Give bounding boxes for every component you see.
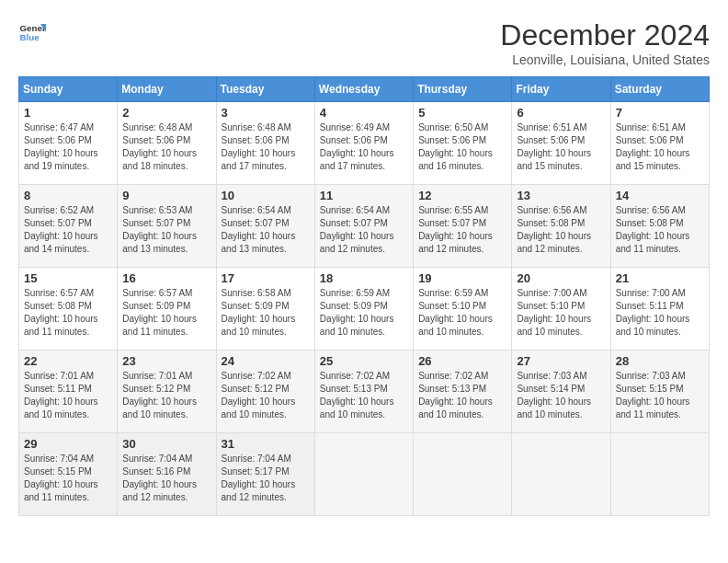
day-number: 13 bbox=[517, 189, 605, 202]
day-number: 12 bbox=[418, 189, 506, 202]
day-number: 31 bbox=[222, 437, 310, 451]
location: Leonville, Louisiana, United States bbox=[500, 52, 710, 67]
calendar-day-cell: 10Sunrise: 6:54 AM Sunset: 5:07 PM Dayli… bbox=[216, 185, 314, 268]
calendar-day-cell: 22Sunrise: 7:01 AM Sunset: 5:11 PM Dayli… bbox=[19, 350, 118, 433]
day-number: 6 bbox=[517, 106, 605, 120]
calendar-day-cell: 4Sunrise: 6:49 AM Sunset: 5:06 PM Daylig… bbox=[314, 102, 413, 185]
day-number: 1 bbox=[24, 106, 112, 120]
day-number: 17 bbox=[222, 271, 310, 285]
calendar-day-cell: 31Sunrise: 7:04 AM Sunset: 5:17 PM Dayli… bbox=[216, 433, 314, 516]
day-number: 24 bbox=[222, 354, 310, 368]
calendar-day-cell: 28Sunrise: 7:03 AM Sunset: 5:15 PM Dayli… bbox=[610, 350, 709, 433]
calendar-week-row: 22Sunrise: 7:01 AM Sunset: 5:11 PM Dayli… bbox=[19, 350, 710, 433]
calendar-week-row: 15Sunrise: 6:57 AM Sunset: 5:08 PM Dayli… bbox=[19, 268, 710, 350]
day-info: Sunrise: 6:58 AM Sunset: 5:09 PM Dayligh… bbox=[222, 287, 310, 339]
day-number: 2 bbox=[122, 106, 210, 120]
day-info: Sunrise: 6:56 AM Sunset: 5:08 PM Dayligh… bbox=[517, 204, 605, 256]
calendar-day-header: Wednesday bbox=[314, 77, 413, 102]
calendar-day-cell: 15Sunrise: 6:57 AM Sunset: 5:08 PM Dayli… bbox=[19, 268, 118, 350]
calendar-table: SundayMondayTuesdayWednesdayThursdayFrid… bbox=[18, 76, 710, 516]
day-info: Sunrise: 6:54 AM Sunset: 5:07 PM Dayligh… bbox=[320, 204, 408, 256]
calendar-day-cell: 24Sunrise: 7:02 AM Sunset: 5:12 PM Dayli… bbox=[216, 350, 314, 433]
day-info: Sunrise: 6:49 AM Sunset: 5:06 PM Dayligh… bbox=[320, 121, 408, 173]
day-number: 28 bbox=[616, 354, 704, 368]
day-number: 23 bbox=[122, 354, 210, 368]
day-info: Sunrise: 7:02 AM Sunset: 5:13 PM Dayligh… bbox=[418, 370, 506, 421]
calendar-day-cell: 8Sunrise: 6:52 AM Sunset: 5:07 PM Daylig… bbox=[19, 185, 118, 268]
day-number: 5 bbox=[418, 106, 506, 120]
day-number: 27 bbox=[517, 354, 605, 368]
calendar-day-cell: 20Sunrise: 7:00 AM Sunset: 5:10 PM Dayli… bbox=[512, 268, 610, 350]
day-info: Sunrise: 6:48 AM Sunset: 5:06 PM Dayligh… bbox=[122, 121, 210, 173]
day-number: 11 bbox=[320, 189, 408, 202]
day-info: Sunrise: 6:54 AM Sunset: 5:07 PM Dayligh… bbox=[222, 204, 310, 256]
day-number: 10 bbox=[222, 189, 310, 202]
calendar-day-header: Monday bbox=[118, 77, 216, 102]
day-number: 4 bbox=[320, 106, 408, 120]
day-info: Sunrise: 6:53 AM Sunset: 5:07 PM Dayligh… bbox=[122, 204, 210, 256]
month-title: December 2024 bbox=[500, 18, 710, 52]
calendar-day-header: Sunday bbox=[19, 77, 118, 102]
calendar-day-header: Saturday bbox=[610, 77, 709, 102]
logo: General Blue bbox=[18, 18, 46, 46]
calendar-day-cell: 30Sunrise: 7:04 AM Sunset: 5:16 PM Dayli… bbox=[118, 433, 216, 516]
calendar-day-cell: 12Sunrise: 6:55 AM Sunset: 5:07 PM Dayli… bbox=[414, 185, 512, 268]
calendar-day-cell bbox=[610, 433, 709, 516]
day-info: Sunrise: 7:03 AM Sunset: 5:14 PM Dayligh… bbox=[517, 370, 605, 421]
day-info: Sunrise: 7:00 AM Sunset: 5:11 PM Dayligh… bbox=[616, 287, 704, 339]
calendar-day-cell: 14Sunrise: 6:56 AM Sunset: 5:08 PM Dayli… bbox=[610, 185, 709, 268]
day-number: 14 bbox=[616, 189, 704, 202]
calendar-day-cell: 26Sunrise: 7:02 AM Sunset: 5:13 PM Dayli… bbox=[414, 350, 512, 433]
calendar-day-cell: 21Sunrise: 7:00 AM Sunset: 5:11 PM Dayli… bbox=[610, 268, 709, 350]
calendar-week-row: 29Sunrise: 7:04 AM Sunset: 5:15 PM Dayli… bbox=[19, 433, 710, 516]
calendar-day-cell: 5Sunrise: 6:50 AM Sunset: 5:06 PM Daylig… bbox=[414, 102, 512, 185]
calendar-week-row: 8Sunrise: 6:52 AM Sunset: 5:07 PM Daylig… bbox=[19, 185, 710, 268]
calendar-day-cell: 13Sunrise: 6:56 AM Sunset: 5:08 PM Dayli… bbox=[512, 185, 610, 268]
calendar-day-cell bbox=[414, 433, 512, 516]
calendar-day-cell: 2Sunrise: 6:48 AM Sunset: 5:06 PM Daylig… bbox=[118, 102, 216, 185]
day-info: Sunrise: 7:01 AM Sunset: 5:12 PM Dayligh… bbox=[122, 370, 210, 421]
day-info: Sunrise: 7:04 AM Sunset: 5:15 PM Dayligh… bbox=[24, 453, 112, 504]
calendar-day-cell: 11Sunrise: 6:54 AM Sunset: 5:07 PM Dayli… bbox=[314, 185, 413, 268]
day-number: 18 bbox=[320, 271, 408, 285]
day-info: Sunrise: 6:56 AM Sunset: 5:08 PM Dayligh… bbox=[616, 204, 704, 256]
day-number: 8 bbox=[24, 189, 112, 202]
day-info: Sunrise: 7:03 AM Sunset: 5:15 PM Dayligh… bbox=[616, 370, 704, 421]
calendar-day-cell: 23Sunrise: 7:01 AM Sunset: 5:12 PM Dayli… bbox=[118, 350, 216, 433]
calendar-day-cell: 29Sunrise: 7:04 AM Sunset: 5:15 PM Dayli… bbox=[19, 433, 118, 516]
day-info: Sunrise: 6:47 AM Sunset: 5:06 PM Dayligh… bbox=[24, 121, 112, 173]
calendar-day-cell: 27Sunrise: 7:03 AM Sunset: 5:14 PM Dayli… bbox=[512, 350, 610, 433]
calendar-day-cell: 25Sunrise: 7:02 AM Sunset: 5:13 PM Dayli… bbox=[314, 350, 413, 433]
calendar-day-header: Thursday bbox=[414, 77, 512, 102]
day-number: 29 bbox=[24, 437, 112, 451]
day-info: Sunrise: 7:00 AM Sunset: 5:10 PM Dayligh… bbox=[517, 287, 605, 339]
day-number: 20 bbox=[517, 271, 605, 285]
day-info: Sunrise: 6:55 AM Sunset: 5:07 PM Dayligh… bbox=[418, 204, 506, 256]
day-number: 26 bbox=[418, 354, 506, 368]
day-info: Sunrise: 7:02 AM Sunset: 5:13 PM Dayligh… bbox=[320, 370, 408, 421]
day-number: 25 bbox=[320, 354, 408, 368]
day-number: 15 bbox=[24, 271, 112, 285]
calendar-day-cell: 16Sunrise: 6:57 AM Sunset: 5:09 PM Dayli… bbox=[118, 268, 216, 350]
calendar-day-cell: 18Sunrise: 6:59 AM Sunset: 5:09 PM Dayli… bbox=[314, 268, 413, 350]
title-section: December 2024 Leonville, Louisiana, Unit… bbox=[500, 18, 710, 67]
svg-text:Blue: Blue bbox=[20, 32, 40, 42]
calendar-week-row: 1Sunrise: 6:47 AM Sunset: 5:06 PM Daylig… bbox=[19, 102, 710, 185]
day-info: Sunrise: 6:52 AM Sunset: 5:07 PM Dayligh… bbox=[24, 204, 112, 256]
day-info: Sunrise: 7:04 AM Sunset: 5:16 PM Dayligh… bbox=[122, 453, 210, 504]
calendar-day-header: Friday bbox=[512, 77, 610, 102]
day-info: Sunrise: 6:59 AM Sunset: 5:10 PM Dayligh… bbox=[418, 287, 506, 339]
calendar-day-cell: 9Sunrise: 6:53 AM Sunset: 5:07 PM Daylig… bbox=[118, 185, 216, 268]
day-info: Sunrise: 6:57 AM Sunset: 5:08 PM Dayligh… bbox=[24, 287, 112, 339]
calendar-day-cell: 19Sunrise: 6:59 AM Sunset: 5:10 PM Dayli… bbox=[414, 268, 512, 350]
day-info: Sunrise: 6:59 AM Sunset: 5:09 PM Dayligh… bbox=[320, 287, 408, 339]
day-number: 19 bbox=[418, 271, 506, 285]
day-number: 21 bbox=[616, 271, 704, 285]
day-number: 9 bbox=[122, 189, 210, 202]
day-number: 22 bbox=[24, 354, 112, 368]
calendar-day-cell: 1Sunrise: 6:47 AM Sunset: 5:06 PM Daylig… bbox=[19, 102, 118, 185]
calendar-day-header: Tuesday bbox=[216, 77, 314, 102]
day-info: Sunrise: 6:48 AM Sunset: 5:06 PM Dayligh… bbox=[222, 121, 310, 173]
day-number: 30 bbox=[122, 437, 210, 451]
day-info: Sunrise: 6:51 AM Sunset: 5:06 PM Dayligh… bbox=[517, 121, 605, 173]
